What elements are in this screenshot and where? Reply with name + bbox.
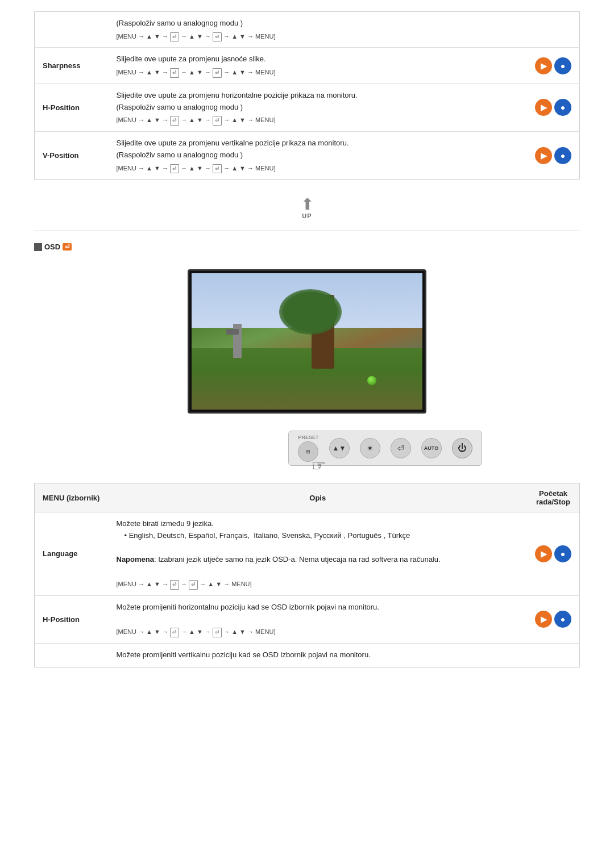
desc-line-note: Napomena: Izabrani jezik utječe samo na … bbox=[117, 554, 520, 566]
monitor-screen bbox=[192, 273, 422, 410]
ctrl-btn-auto[interactable]: AUTO bbox=[421, 438, 442, 458]
table-row-hposition: H-Position Slijedite ove upute za promje… bbox=[35, 84, 580, 131]
btn-cell-language: ▶ ● bbox=[527, 512, 580, 596]
up-arrow-section: ⬆ UP bbox=[34, 197, 580, 219]
nav-buttons: ▶ ● bbox=[535, 611, 571, 628]
row-desc-hposition: Slijedite ove upute za promjenu horizont… bbox=[109, 84, 528, 131]
table-row-vposition2: Možete promijeniti vertikalnu poziciju k… bbox=[35, 643, 580, 667]
sharpness-label: Sharpness bbox=[43, 61, 80, 70]
table-row-language: Language Možete birati između 9 jezika. … bbox=[35, 512, 580, 596]
garden-pagoda-top bbox=[226, 329, 239, 335]
language-label: Language bbox=[43, 549, 77, 558]
nav-cmd: [MENU → ▲ ▼ → ⏎ → ▲ ▼ → ⏎ → ▲ ▼ → MENU] bbox=[117, 32, 520, 42]
ctrl-circle-brightness: ✶ bbox=[360, 438, 380, 458]
nav-btn-forward[interactable]: ▶ bbox=[535, 611, 552, 628]
top-settings-table: (Raspoloživ samo u analognog modu ) [MEN… bbox=[34, 11, 580, 180]
nav-btn-forward[interactable]: ▶ bbox=[535, 545, 552, 562]
vposition-label: V-Position bbox=[43, 151, 79, 160]
row-desc-language: Možete birati između 9 jezika. • English… bbox=[109, 512, 528, 596]
nav-cmd: [MENU → ▲ ▼ → ⏎ → ⏎ → ▲ ▼ → MENU] bbox=[117, 579, 520, 590]
nav-cmd: [MENU → ▲ ▼ → ⏎ → ▲ ▼ → ⏎ → ▲ ▼ → MENU] bbox=[117, 164, 520, 174]
desc-line: Možete promijeniti horizontalnu poziciju… bbox=[117, 602, 520, 614]
up-label: UP bbox=[302, 212, 312, 219]
table-row-vposition: V-Position Slijedite ove upute za promje… bbox=[35, 131, 580, 179]
ctrl-circle-auto: AUTO bbox=[421, 438, 442, 458]
row-label-sharpness: Sharpness bbox=[35, 48, 109, 84]
nav-cmd: [MENU → ▲ ▼ → ⏎ → ▲ ▼ → ⏎ → ▲ ▼ → MENU] bbox=[117, 68, 520, 78]
ctrl-label-preset: PRESET bbox=[298, 435, 318, 440]
header-menu: MENU (izbornik) bbox=[35, 483, 109, 512]
btn-cell-hposition: ▶ ● bbox=[527, 84, 580, 131]
control-bar-container: PRESET ⊞ ▲▼ ✶ ⏎ AUTO bbox=[34, 431, 580, 466]
nav-btn-back[interactable]: ● bbox=[554, 545, 571, 562]
nav-btn-forward[interactable]: ▶ bbox=[535, 57, 552, 74]
nav-buttons: ▶ ● bbox=[535, 57, 571, 74]
nav-btn-forward[interactable]: ▶ bbox=[535, 147, 552, 164]
ctrl-btn-updown[interactable]: ▲▼ bbox=[329, 438, 350, 458]
row-label-language: Language bbox=[35, 512, 109, 596]
row-desc: (Raspoloživ samo u analognog modu ) [MEN… bbox=[109, 12, 528, 48]
monitor-container bbox=[34, 269, 580, 414]
table-header-row: MENU (izbornik) Opis Početak rada/Stop bbox=[35, 483, 580, 512]
row-desc-vposition: Slijedite ove upute za promjenu vertikal… bbox=[109, 131, 528, 179]
ctrl-circle-updown: ▲▼ bbox=[329, 438, 350, 458]
arrow-up-symbol: ⬆ bbox=[301, 197, 314, 212]
osd-icon-badge: ⏎ bbox=[63, 243, 72, 251]
ctrl-btn-power[interactable]: ⏻ bbox=[452, 438, 472, 458]
row-label-vposition2 bbox=[35, 643, 109, 667]
desc-line: Možete birati između 9 jezika. bbox=[117, 518, 520, 530]
nav-btn-back[interactable]: ● bbox=[554, 611, 571, 628]
osd-badge: OSD ⏎ bbox=[34, 243, 72, 251]
desc-line: Slijedite ove upute za promjenu horizont… bbox=[117, 90, 520, 102]
nav-btn-back[interactable]: ● bbox=[554, 57, 571, 74]
hposition-label: H-Position bbox=[43, 103, 80, 112]
desc-line: Slijedite ove upute za promjenu jasnoće … bbox=[117, 53, 520, 65]
nav-btn-back[interactable]: ● bbox=[554, 147, 571, 164]
btn-cell-vposition: ▶ ● bbox=[527, 131, 580, 179]
garden-tree-top bbox=[279, 289, 342, 335]
desc-line2: (Raspoloživ samo u analognog modu ) bbox=[117, 149, 520, 161]
btn-cell-sharpness: ▶ ● bbox=[527, 48, 580, 84]
nav-buttons: ▶ ● bbox=[535, 99, 571, 116]
bottom-settings-table: MENU (izbornik) Opis Početak rada/Stop L… bbox=[34, 483, 580, 667]
row-label-hposition: H-Position bbox=[35, 84, 109, 131]
row-label bbox=[35, 12, 109, 48]
osd-section: OSD ⏎ bbox=[34, 243, 580, 258]
garden-flowers bbox=[192, 369, 422, 410]
ctrl-btn-brightness[interactable]: ✶ bbox=[360, 438, 380, 458]
ctrl-circle-power: ⏻ bbox=[452, 438, 472, 458]
row-desc-sharpness: Slijedite ove upute za promjenu jasnoće … bbox=[109, 48, 528, 84]
row-desc-hposition2: Možete promijeniti horizontalnu poziciju… bbox=[109, 595, 528, 643]
nav-cmd: [MENU → ▲ ▼ → ⏎ → ▲ ▼ → ⏎ → ▲ ▼ → MENU] bbox=[117, 115, 520, 126]
cursor-hand-icon: ☞ bbox=[312, 457, 326, 474]
desc-line-langs: • English, Deutsch, Español, Français, I… bbox=[125, 530, 520, 542]
desc-line: (Raspoloživ samo u analognog modu ) bbox=[117, 18, 520, 30]
btn-cell bbox=[527, 12, 580, 48]
section-divider bbox=[34, 231, 580, 231]
garden-ball bbox=[367, 376, 376, 385]
nav-btn-back[interactable]: ● bbox=[554, 99, 571, 116]
header-desc: Opis bbox=[109, 483, 528, 512]
nav-btn-forward[interactable]: ▶ bbox=[535, 99, 552, 116]
hposition2-label: H-Position bbox=[43, 615, 80, 624]
desc-line: Slijedite ove upute za promjenu vertikal… bbox=[117, 137, 520, 149]
btn-cell-vposition2 bbox=[527, 643, 580, 667]
nav-buttons: ▶ ● bbox=[535, 147, 571, 164]
btn-cell-hposition2: ▶ ● bbox=[527, 595, 580, 643]
osd-text-label: OSD bbox=[44, 243, 60, 251]
table-row-sharpness: Sharpness Slijedite ove upute za promjen… bbox=[35, 48, 580, 84]
monitor-frame bbox=[188, 269, 426, 414]
desc-line: Možete promijeniti vertikalnu poziciju k… bbox=[117, 649, 520, 661]
table-row-hposition2: H-Position Možete promijeniti horizontal… bbox=[35, 595, 580, 643]
table-row: (Raspoloživ samo u analognog modu ) [MEN… bbox=[35, 12, 580, 48]
ctrl-circle-enter: ⏎ bbox=[391, 438, 411, 458]
row-label-hposition2: H-Position bbox=[35, 595, 109, 643]
desc-line2: (Raspoloživ samo u analognog modu ) bbox=[117, 102, 520, 114]
row-desc-vposition2: Možete promijeniti vertikalnu poziciju k… bbox=[109, 643, 528, 667]
nav-buttons: ▶ ● bbox=[535, 545, 571, 562]
up-icon: ⬆ UP bbox=[301, 197, 314, 219]
header-action: Početak rada/Stop bbox=[527, 483, 580, 512]
ctrl-btn-enter[interactable]: ⏎ bbox=[391, 438, 411, 458]
osd-square-icon bbox=[34, 243, 42, 251]
nav-cmd: [MENU → ▲ ▼ → ⏎ → ▲ ▼ → ⏎ → ▲ ▼ → MENU] bbox=[117, 627, 520, 637]
